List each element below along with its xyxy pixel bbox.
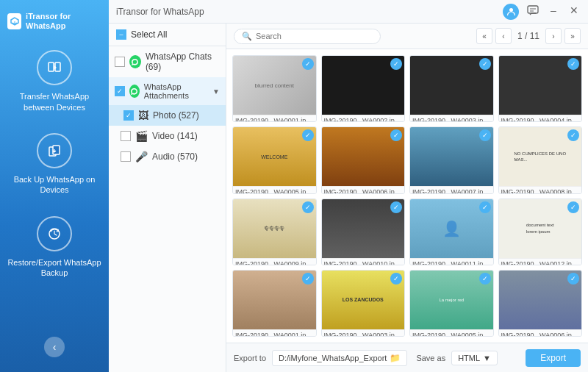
export-path-text: D:/iMyfone_WhatsApp_Export (279, 354, 387, 362)
photo-check-9: ✓ (302, 201, 314, 213)
prev-page-button[interactable]: ‹ (495, 28, 512, 44)
photo-item-8[interactable]: ✓ NO CUMPLICES DE UNOMAS... IMG-20190...… (498, 126, 583, 193)
search-icon: 🔍 (242, 32, 252, 41)
photo-thumb-9: ✓ 专专专专 (233, 199, 316, 258)
photo-label: Photo (527) (153, 110, 199, 121)
user-avatar[interactable] (503, 4, 519, 20)
restore-icon (37, 216, 72, 251)
photo-thumb-16: ✓ (499, 271, 582, 329)
video-checkbox[interactable] (121, 131, 131, 141)
photo-item-4[interactable]: ✓ IMG-20190...WA0004.jp (498, 55, 583, 122)
photo-label-13: IMG-20190...WA0001.jp (233, 329, 316, 337)
photo-item-6[interactable]: ✓ IMG-20190...WA0006.jp (321, 126, 406, 193)
photo-item-1[interactable]: ✓ blurred content IMG-20190...WA0001.jp (232, 55, 317, 122)
photo-check-10: ✓ (390, 201, 402, 213)
photo-item-13[interactable]: ✓ IMG-20190...WA0001.jp (232, 270, 317, 337)
select-all-label: Select All (131, 29, 167, 40)
tree-item-chats[interactable]: WhatsApp Chats (69) (109, 46, 226, 77)
minimize-button[interactable]: – (547, 4, 560, 17)
last-page-button[interactable]: » (564, 28, 581, 44)
photo-check-11: ✓ (479, 201, 491, 213)
photo-item-14[interactable]: ✓ LOS ZANCUDOS IMG-20190...WA0003.jp (321, 270, 406, 337)
bottom-bar: Export to D:/iMyfone_WhatsApp_Export 📁 S… (226, 343, 588, 372)
photo-thumb-1: ✓ blurred content (233, 56, 316, 115)
tree-item-attachments[interactable]: ✓ WhatsApp Attachments ▼ (109, 77, 226, 105)
sidebar-item-restore[interactable]: Restore/Export WhatsApp Backup (0, 206, 109, 289)
photo-item-16[interactable]: ✓ IMG-20190...WA0006.jp (498, 270, 583, 337)
photo-label-1: IMG-20190...WA0001.jp (233, 115, 316, 122)
tree-item-photo[interactable]: ✓ 🖼 Photo (527) (109, 105, 226, 126)
whatsapp-chats-icon (129, 55, 141, 68)
photo-label-5: IMG-20190...WA0005.jp (233, 186, 316, 193)
photo-check-12: ✓ (567, 201, 579, 213)
photo-check-7: ✓ (479, 129, 491, 141)
photo-item-5[interactable]: ✓ WELCOME IMG-20190...WA0005.jp (232, 126, 317, 193)
chats-checkbox[interactable] (115, 57, 125, 67)
logo-icon (7, 13, 21, 29)
export-path[interactable]: D:/iMyfone_WhatsApp_Export 📁 (272, 350, 407, 366)
export-button[interactable]: Export (526, 349, 581, 367)
back-button[interactable]: ‹ (44, 337, 65, 357)
photo-label-4: IMG-20190...WA0004.jp (499, 115, 582, 122)
photo-thumb-5: ✓ WELCOME (233, 127, 316, 186)
restore-label: Restore/Export WhatsApp Backup (6, 257, 103, 279)
photo-label-14: IMG-20190...WA0003.jp (322, 329, 405, 337)
photo-label-3: IMG-20190...WA0003.jp (410, 115, 493, 122)
close-button[interactable]: ✕ (567, 4, 581, 17)
file-tree: – Select All WhatsApp Chats (69) ✓ (109, 24, 226, 372)
save-as-value: HTML (458, 354, 480, 362)
sidebar-item-transfer[interactable]: Transfer WhatsApp between Devices (0, 40, 109, 123)
photo-thumb-7: ✓ (410, 127, 493, 186)
tree-item-video[interactable]: 🎬 Video (141) (109, 126, 226, 146)
photo-thumb-13: ✓ (233, 271, 316, 329)
svg-point-5 (509, 8, 513, 12)
photo-panel: 🔍 « ‹ 1 / 11 › » ✓ blurred content (226, 24, 588, 372)
next-page-button[interactable]: › (545, 28, 562, 44)
select-all-header[interactable]: – Select All (109, 24, 226, 46)
chat-button[interactable] (526, 4, 539, 17)
search-box[interactable]: 🔍 (234, 29, 381, 44)
backup-label: Back Up WhatsApp on Devices (6, 174, 103, 196)
photo-item-12[interactable]: ✓ document textlorem ipsum IMG-20190...W… (498, 198, 583, 265)
sidebar-bottom: ‹ (0, 329, 109, 365)
attachments-checkbox[interactable]: ✓ (115, 86, 125, 96)
attachments-label: WhatsApp Attachments (144, 82, 208, 100)
photo-thumb-4: ✓ (499, 56, 582, 115)
photo-thumb-6: ✓ (322, 127, 405, 186)
photo-thumb-3: ✓ (410, 56, 493, 115)
first-page-button[interactable]: « (476, 28, 492, 44)
sidebar: iTransor for WhatsApp Transfer WhatsApp … (0, 0, 109, 372)
photo-checkbox[interactable]: ✓ (123, 110, 134, 121)
svg-rect-3 (53, 146, 60, 154)
window-title: iTransor for WhatsApp (116, 7, 204, 17)
photo-check-4: ✓ (567, 58, 579, 70)
photo-label-16: IMG-20190...WA0006.jp (499, 329, 582, 337)
sidebar-item-backup[interactable]: Back Up WhatsApp on Devices (0, 123, 109, 206)
save-as-label: Save as (416, 354, 445, 362)
whatsapp-attachments-icon (129, 85, 140, 98)
photo-label-7: IMG-20190...WA0007.jp (410, 186, 493, 193)
photo-item-3[interactable]: ✓ IMG-20190...WA0003.jp (409, 55, 494, 122)
pagination: « ‹ 1 / 11 › » (476, 28, 581, 44)
photo-check-15: ✓ (479, 273, 491, 285)
photo-item-11[interactable]: ✓ 👤 IMG-20190...WA0011.jp (409, 198, 494, 265)
photo-item-9[interactable]: ✓ 专专专专 IMG-20190...WA0009.jp (232, 198, 317, 265)
photo-item-2[interactable]: ✓ IMG-20190...WA0002.jp (321, 55, 406, 122)
transfer-icon (37, 50, 72, 85)
photo-item-10[interactable]: ✓ IMG-20190...WA0010.jp (321, 198, 406, 265)
photo-thumb-12: ✓ document textlorem ipsum (499, 199, 582, 258)
photo-item-15[interactable]: ✓ La mejor red IMG-20190...WA0005.jp (409, 270, 494, 337)
save-as-select[interactable]: HTML ▼ (451, 351, 498, 365)
search-input[interactable] (256, 32, 373, 40)
audio-label: Audio (570) (152, 151, 198, 162)
tree-item-audio[interactable]: 🎤 Audio (570) (109, 146, 226, 167)
chats-label: WhatsApp Chats (69) (146, 51, 220, 72)
svg-rect-6 (528, 6, 538, 13)
photo-item-7[interactable]: ✓ IMG-20190...WA0007.jp (409, 126, 494, 193)
video-label: Video (141) (152, 131, 198, 141)
photo-icon: 🖼 (138, 110, 148, 121)
photo-toolbar: 🔍 « ‹ 1 / 11 › » (226, 24, 588, 49)
photo-grid: ✓ blurred content IMG-20190...WA0001.jp … (226, 49, 588, 343)
audio-checkbox[interactable] (121, 151, 131, 162)
select-all-checkbox[interactable]: – (116, 29, 126, 40)
